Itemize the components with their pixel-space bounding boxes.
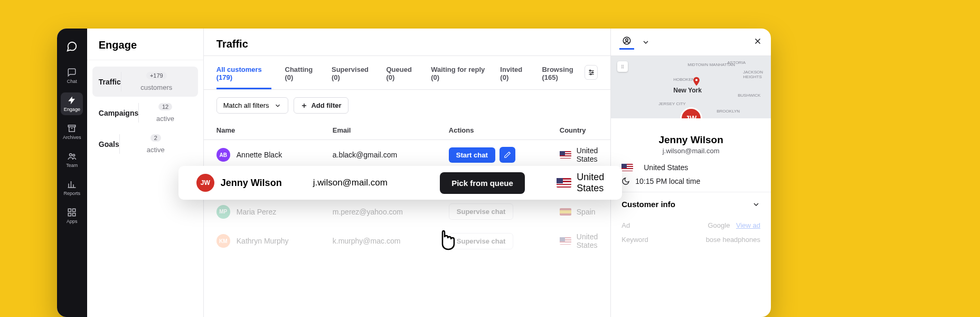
engage-icon [67,96,77,105]
view-ad-link[interactable]: View ad [736,221,760,229]
rail-item-team[interactable]: Team [61,148,83,171]
tab-browsing[interactable]: Browsing (165) [542,59,585,89]
rail-label: Chat [67,79,77,84]
start-chat-button[interactable]: Start chat [449,147,495,163]
avatar: JW [680,107,702,118]
plus-icon [300,102,308,109]
sidebar-item-campaigns[interactable]: Campaigns 12 active [92,98,198,128]
rail-item-reports[interactable]: Reports [61,176,83,199]
tab-queued[interactable]: Queued (0) [386,59,417,89]
location-map: ASTORIA MIDTOWN MANHATTAN JACKSON HEIGHT… [611,56,771,118]
profile-tab-details[interactable] [619,35,634,50]
sidebar-item-goals[interactable]: Goals 2 active [92,129,198,159]
profile-tab-menu[interactable] [638,35,653,50]
col-country: Country [560,126,598,134]
user-circle-icon [622,36,632,45]
sidebar-item-label: Campaigns [99,109,138,117]
svg-point-17 [623,68,624,68]
map-area-label: MIDTOWN MANHATTAN [687,62,735,67]
profile-name: Jenny Wilson [621,134,760,146]
tab-label: All customers [216,66,262,73]
close-panel-button[interactable] [753,36,762,48]
flag-icon [557,178,571,188]
col-actions: Actions [449,126,560,134]
customer-info-section[interactable]: Customer info [611,192,771,216]
svg-rect-5 [69,213,71,216]
sidebar-item-traffic[interactable]: Traffic +179 customers [92,67,198,97]
customer-email: m.perez@yahoo.com [333,208,449,216]
close-icon [753,36,762,46]
avatar: MP [216,205,230,219]
svg-rect-0 [69,125,76,127]
count-badge: +179 [146,72,167,79]
tab-label: Queued [386,66,411,73]
map-pin-icon [691,76,702,87]
sliders-icon [588,69,595,76]
tab-label: Supervised [332,66,369,73]
flag-icon [560,237,571,245]
flag-icon [560,151,571,158]
tab-all-customers[interactable]: All customers (179) [216,59,271,89]
pick-from-queue-button[interactable]: Pick from queue [440,172,525,194]
map-area-label: JACKSON HEIGHTS [743,70,771,79]
page-title: Traffic [216,38,598,50]
filter-match-select[interactable]: Match all filters [216,97,289,114]
supervise-chat-button[interactable]: Supervise chat [449,203,514,220]
nav-rail: Chat Engage Archives Team Reports Apps [57,29,87,317]
chat-icon [67,68,77,77]
engage-title: Engage [87,29,203,60]
svg-rect-3 [69,209,71,211]
customer-email: j.wilson@mail.com [313,178,440,188]
tab-waiting[interactable]: Waiting for reply (0) [431,59,486,89]
profile-country-row: United States [621,163,760,172]
customer-email: a.black@gmail.com [333,151,449,159]
tab-supervised[interactable]: Supervised (0) [332,59,372,89]
app-logo-icon[interactable] [63,38,80,55]
customer-name: Jenny Wilson [221,178,282,189]
table-row-highlighted[interactable]: JW Jenny Wilson j.wilson@mail.com Pick f… [178,166,622,200]
sidebar-item-meta: customers [140,83,172,91]
avatar: JW [196,174,214,192]
rail-label: Reports [64,191,81,196]
sidebar-item-meta: active [147,146,165,154]
chevron-down-icon [274,102,281,109]
customer-email: k.murphy@mac.com [333,237,449,245]
select-value: Match all filters [223,101,269,109]
table-header: Name Email Actions Country [204,121,610,140]
rail-item-archives[interactable]: Archives [61,120,83,143]
rail-item-apps[interactable]: Apps [61,204,83,227]
sidebar-item-label: Goals [99,140,119,148]
customer-name: Maria Perez [237,208,276,216]
drag-handle[interactable] [617,61,628,72]
svg-point-16 [621,68,622,68]
svg-point-7 [589,70,590,71]
table-row[interactable]: MP Maria Perez m.perez@yahoo.com Supervi… [204,197,610,226]
map-area-label: BROOKLYN [717,109,740,114]
pointer-cursor-icon [435,229,460,255]
country-label: United States [577,172,604,194]
tab-invited[interactable]: Invited (0) [500,59,528,89]
tab-label: Chatting [285,66,313,73]
rail-item-chat[interactable]: Chat [61,64,83,87]
svg-point-14 [621,66,622,67]
tab-count: (165) [542,73,558,81]
filters-toggle-button[interactable] [585,65,598,80]
count-badge: 2 [150,134,161,142]
tab-chatting[interactable]: Chatting (0) [285,59,318,89]
svg-rect-6 [73,213,76,216]
edit-button[interactable] [500,147,515,163]
tab-count: (0) [431,73,439,81]
rail-label: Archives [63,135,81,140]
customer-name: Kathryn Murphy [237,237,289,245]
rail-item-engage[interactable]: Engage [61,92,83,115]
add-filter-button[interactable]: Add filter [294,97,348,114]
table-row[interactable]: KM Kathryn Murphy k.murphy@mac.com Super… [204,226,610,256]
col-email: Email [333,126,449,134]
info-key: Keyword [621,236,648,244]
svg-point-15 [623,66,624,67]
info-value: Google [708,221,730,229]
svg-point-8 [592,71,593,72]
svg-point-1 [70,154,72,156]
tab-label: Waiting for reply [431,66,485,73]
table-row[interactable]: AB Annette Black a.black@gmail.com Start… [204,140,610,170]
